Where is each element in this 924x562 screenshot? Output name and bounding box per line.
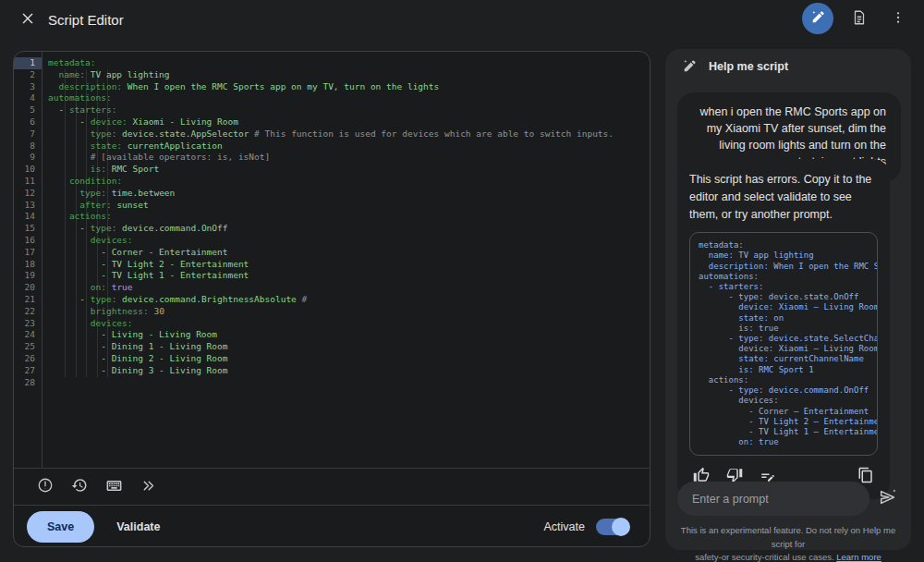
editor-line: 3 description: When I open the RMC Sport… — [14, 81, 650, 93]
assistant-title: Help me script — [709, 60, 788, 73]
overflow-menu-button[interactable] — [885, 6, 911, 31]
editor-line: 23 devices: — [14, 318, 650, 330]
close-button[interactable] — [17, 8, 39, 31]
send-prompt-button[interactable] — [877, 488, 899, 510]
page-title: Script Editor — [48, 12, 124, 28]
editor-footer: Save Validate Activate — [14, 505, 650, 547]
prompt-row — [677, 482, 899, 516]
generated-script-code-block: metadata: name: TV app lighting descript… — [689, 232, 878, 456]
pen-spark-icon — [681, 58, 698, 75]
activate-toggle[interactable] — [596, 519, 629, 535]
double-chevron-right-icon — [140, 478, 156, 496]
history-button[interactable] — [68, 476, 91, 498]
editor-line: 15 - type: device.command.OnOff — [14, 223, 650, 235]
validate-button[interactable]: Validate — [116, 520, 160, 533]
editor-line: 18 - TV Light 2 - Entertainment — [14, 259, 650, 271]
history-icon — [71, 477, 88, 496]
editor-line: 1metadata: — [14, 57, 650, 69]
document-icon — [851, 9, 868, 29]
editor-line: 10 is: RMC Sport — [14, 164, 650, 176]
editor-panel: 1metadata:2 name: TV app lighting3 descr… — [13, 51, 650, 547]
editor-line: 14 actions: — [14, 211, 650, 223]
help-me-script-panel: Help me script when i open the RMC Sport… — [665, 49, 911, 550]
topbar-actions — [802, 3, 911, 34]
editor-toolbar — [14, 468, 650, 505]
editor-line: 7 type: device.state.AppSelector # This … — [14, 128, 650, 140]
editor-line: 13 after: sunset — [14, 200, 650, 212]
keyboard-button[interactable] — [103, 476, 125, 498]
topbar: Script Editor — [0, 0, 924, 39]
editor-line: 26 - Dining 2 - Living Room — [14, 353, 650, 365]
assistant-header: Help me script — [681, 58, 788, 75]
keyboard-icon — [105, 477, 123, 497]
editor-line: 17 - Corner - Entertainment — [14, 247, 650, 259]
pen-spark-icon — [809, 9, 826, 29]
editor-line: 27 - Dining 3 - Living Room — [14, 365, 650, 377]
editor-line: 24 - Living - Living Room — [14, 329, 650, 341]
editor-line: 25 - Dining 1 - Living Room — [14, 341, 650, 353]
editor-line: 4automations: — [14, 92, 650, 104]
close-icon — [20, 11, 35, 29]
learn-more-link[interactable]: Learn more — [836, 552, 881, 562]
editor-line: 20 on: true — [14, 282, 650, 294]
prompt-input[interactable] — [677, 482, 869, 516]
editor-line: 21 - type: device.command.BrightnessAbso… — [14, 294, 650, 306]
help-me-script-button[interactable] — [802, 3, 833, 34]
editor-line: 28 — [14, 377, 650, 389]
editor-line: 19 - TV Light 1 - Entertainment — [14, 270, 650, 282]
editor-line: 6 - device: Xiaomi - Living Room — [14, 116, 650, 128]
editor-line: 8 state: currentApplication — [14, 140, 650, 153]
assistant-response-text: This script has errors. Copy it to the e… — [689, 171, 878, 223]
send-spark-icon — [878, 487, 898, 510]
activate-label: Activate — [544, 520, 585, 533]
info-icon — [37, 477, 54, 496]
assistant-response-bubble: This script has errors. Copy it to the e… — [677, 159, 890, 499]
editor-line: 2 name: TV app lighting — [14, 69, 650, 81]
save-button[interactable]: Save — [27, 511, 94, 543]
toggle-knob — [612, 518, 630, 536]
experimental-disclaimer: This is an experimental feature. Do not … — [673, 524, 904, 562]
code-editor[interactable]: 1metadata:2 name: TV app lighting3 descr… — [14, 52, 650, 468]
editor-line: 5 - starters: — [14, 104, 650, 116]
editor-line: 11 condition: — [14, 176, 650, 188]
editor-line: 9 # [available operators: is, isNot] — [14, 152, 650, 164]
document-button[interactable] — [846, 6, 872, 31]
editor-line: 12 type: time.between — [14, 188, 650, 200]
editor-line: 16 devices: — [14, 235, 650, 247]
problems-button[interactable] — [34, 476, 56, 498]
expand-toolbar-button[interactable] — [137, 476, 159, 498]
kebab-menu-icon — [891, 10, 906, 28]
editor-line: 22 brightness: 30 — [14, 306, 650, 318]
